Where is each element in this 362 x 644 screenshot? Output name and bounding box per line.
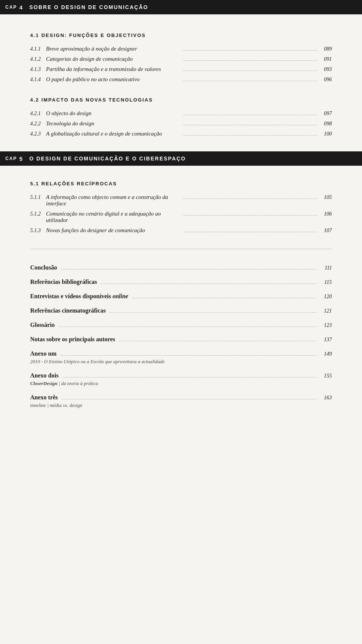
toc-dots-4-2-3 xyxy=(183,135,318,136)
cap5-label: CAP xyxy=(5,156,17,161)
toc-num-4-2-3: 4.2.3 xyxy=(30,131,46,137)
bm-referencias-biblio: Referências bibliográficas 115 xyxy=(30,279,332,285)
bm-glossario-dots xyxy=(58,327,317,327)
bm-referencias-biblio-dots xyxy=(101,283,317,284)
cap4-title: SOBRE O DESIGN DE COMUNICAÇÃO xyxy=(29,4,148,10)
toc-dots-5-1-1 xyxy=(183,199,318,199)
toc-dots-5-1-3 xyxy=(183,232,318,232)
toc-page-4-1-3: 093 xyxy=(321,66,332,72)
toc-dots-4-2-1 xyxy=(183,115,318,115)
bm-anexo-dois-sub-rest: | da teoria à prática xyxy=(57,381,98,386)
toc-dots-5-1-2 xyxy=(183,215,318,216)
toc-text-4-2-3: A globalização cultural e o design de co… xyxy=(46,131,180,137)
bm-anexo-um-label: Anexo um xyxy=(30,350,57,357)
bm-anexo-dois-page: 155 xyxy=(321,373,332,379)
bm-entrevistas-page: 120 xyxy=(321,294,332,300)
bm-conclusao-page: 111 xyxy=(321,265,332,271)
toc-num-4-2-1: 4.2.1 xyxy=(30,111,46,117)
toc-text-4-2-2: Tecnologia do design xyxy=(46,120,180,127)
toc-num-5-1-1: 5.1.1 xyxy=(30,194,46,200)
bm-referencias-cine-dots xyxy=(109,312,317,313)
bm-referencias-cine: Referências cinematográficas 121 xyxy=(30,307,332,314)
bm-entrevistas: Entrevistas e vídeos disponíveis online … xyxy=(30,293,332,300)
toc-num-4-1-1: 4.1.1 xyxy=(30,46,46,52)
section-5-1: 5.1 RELAÇÕES RECÍPROCAS 5.1.1 A informaç… xyxy=(30,181,332,234)
toc-dots-4-1-3 xyxy=(183,71,318,71)
toc-text-4-1-4: O papel do público no acto comunicativo xyxy=(46,76,180,83)
bm-referencias-biblio-page: 115 xyxy=(321,279,332,285)
toc-num-5-1-2: 5.1.2 xyxy=(30,211,46,217)
bm-anexo-dois: Anexo dois 155 xyxy=(30,372,332,379)
toc-dots-4-1-4 xyxy=(183,81,318,81)
toc-num-4-1-4: 4.1.4 xyxy=(30,77,46,83)
toc-num-4-2-2: 4.2.2 xyxy=(30,121,46,127)
separator-line xyxy=(30,249,332,249)
section-4-1: 4.1 DESIGN: FUNÇÕES E OBJECTIVOS 4.1.1 B… xyxy=(30,32,332,83)
bm-anexo-dois-sub: CloserDesign | da teoria à prática xyxy=(30,381,332,387)
bm-anexo-tres-sub: timeline | média vs. design xyxy=(30,402,332,408)
toc-text-5-1-3: Novas funções do designer de comunicação xyxy=(46,227,180,234)
toc-text-4-1-1: Breve aproximação à noção de designer xyxy=(46,46,180,52)
toc-item-4-2-1: 4.2.1 O objecto do design 097 xyxy=(30,110,332,117)
toc-num-5-1-3: 5.1.3 xyxy=(30,228,46,234)
toc-page-5-1-2: 106 xyxy=(321,211,332,217)
toc-item-5-1-3: 5.1.3 Novas funções do designer de comun… xyxy=(30,227,332,234)
bm-glossario-label: Glossário xyxy=(30,322,55,328)
section-4-2: 4.2 IMPACTO DAS NOVAS TECNOLOGIAS 4.2.1 … xyxy=(30,97,332,137)
section-5-1-title: 5.1 RELAÇÕES RECÍPROCAS xyxy=(30,181,332,186)
bm-notas-autores-page: 137 xyxy=(321,337,332,343)
bm-glossario: Glossário 123 xyxy=(30,322,332,328)
toc-dots-4-2-2 xyxy=(183,125,318,125)
bm-referencias-biblio-label: Referências bibliográficas xyxy=(30,279,97,285)
toc-page-5-1-1: 105 xyxy=(321,194,332,200)
bm-notas-autores: Notas sobre os principais autores 137 xyxy=(30,336,332,343)
cap4-number: 4 xyxy=(19,4,22,11)
toc-page-5-1-3: 107 xyxy=(321,228,332,234)
toc-page-4-2-2: 098 xyxy=(321,121,332,127)
toc-item-4-1-1: 4.1.1 Breve aproximação à noção de desig… xyxy=(30,46,332,52)
bm-anexo-dois-dots xyxy=(62,377,317,377)
bm-anexo-um: Anexo um 149 xyxy=(30,350,332,357)
bm-anexo-tres-block: Anexo três 163 timeline | média vs. desi… xyxy=(30,394,332,408)
toc-item-4-2-3: 4.2.3 A globalização cultural e o design… xyxy=(30,131,332,137)
toc-item-4-1-4: 4.1.4 O papel do público no acto comunic… xyxy=(30,76,332,83)
toc-page-4-2-3: 100 xyxy=(321,131,332,137)
bm-entrevistas-dots xyxy=(132,298,317,298)
toc-item-4-1-3: 4.1.3 Partilha da informação e a transmi… xyxy=(30,66,332,72)
bm-anexo-um-block: Anexo um 149 2010 - O Ensino Utópico ou … xyxy=(30,350,332,365)
bm-anexo-tres-dots xyxy=(61,399,317,399)
cap4-label: CAP xyxy=(5,5,17,10)
toc-dots-4-1-2 xyxy=(183,60,318,61)
section-4-1-title: 4.1 DESIGN: FUNÇÕES E OBJECTIVOS xyxy=(30,32,332,38)
bm-notas-autores-dots xyxy=(119,341,317,341)
bm-conclusao-label: Conclusão xyxy=(30,264,57,271)
bm-referencias-cine-page: 121 xyxy=(321,308,332,314)
bm-conclusao: Conclusão 111 xyxy=(30,264,332,271)
bm-conclusao-dots xyxy=(61,269,317,270)
bm-notas-autores-label: Notas sobre os principais autores xyxy=(30,336,115,343)
timeline-brand: timeline xyxy=(30,402,46,408)
bm-anexo-um-sub: 2010 - O Ensino Utópico ou a Escola que … xyxy=(30,359,332,365)
bm-anexo-tres-label: Anexo três xyxy=(30,394,58,401)
toc-num-4-1-2: 4.1.2 xyxy=(30,56,46,62)
toc-text-4-2-1: O objecto do design xyxy=(46,110,180,117)
cap5-number: 5 xyxy=(19,156,22,162)
toc-text-4-1-2: Categorias do design de comunicação xyxy=(46,56,180,62)
chapter4-header-bar: CAP 4 SOBRE O DESIGN DE COMUNICAÇÃO xyxy=(0,0,362,14)
toc-page-4-1-1: 089 xyxy=(321,46,332,52)
toc-text-5-1-2: Comunicação no cenário digital e a adequ… xyxy=(46,211,180,223)
bm-anexo-dois-block: Anexo dois 155 CloserDesign | da teoria … xyxy=(30,372,332,387)
toc-item-5-1-2: 5.1.2 Comunicação no cenário digital e a… xyxy=(30,211,332,223)
bm-anexo-dois-label: Anexo dois xyxy=(30,372,58,379)
bm-anexo-tres: Anexo três 163 xyxy=(30,394,332,401)
closer-design-brand: CloserDesign xyxy=(30,381,57,386)
bm-glossario-page: 123 xyxy=(321,322,332,328)
bm-anexo-tres-page: 163 xyxy=(321,395,332,401)
toc-text-4-1-3: Partilha da informação e a transmissão d… xyxy=(46,66,180,72)
bm-anexo-um-page: 149 xyxy=(321,351,332,357)
section-4-2-title: 4.2 IMPACTO DAS NOVAS TECNOLOGIAS xyxy=(30,97,332,103)
toc-item-5-1-1: 5.1.1 A informação como objecto comum e … xyxy=(30,194,332,207)
toc-page-4-1-4: 096 xyxy=(321,77,332,83)
bm-referencias-cine-label: Referências cinematográficas xyxy=(30,307,106,314)
toc-page-4-1-2: 091 xyxy=(321,56,332,62)
